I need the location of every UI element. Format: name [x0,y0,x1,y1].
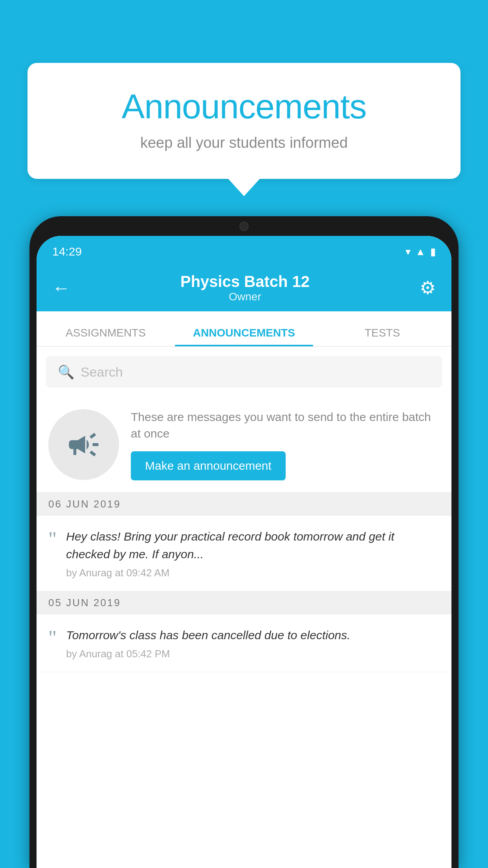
date-separator-2: 05 JUN 2019 [37,591,451,614]
status-time: 14:29 [52,245,82,258]
announcement-item-2[interactable]: " Tomorrow's class has been cancelled du… [37,614,451,672]
phone-content: 🔍 Search These are messages you want to … [37,347,451,868]
header-title-block: Physics Batch 12 Owner [180,273,310,303]
phone-screen: 14:29 ▾ ▲ ▮ ← Physics Batch 12 Owner ⚙ A… [37,236,451,868]
announcement-text-block-1: Hey class! Bring your practical record b… [66,528,440,579]
announcement-text-1: Hey class! Bring your practical record b… [66,528,440,563]
header-title: Physics Batch 12 [180,273,310,291]
promo-description: These are messages you want to send to t… [131,409,440,442]
tab-bar: ASSIGNMENTS ANNOUNCEMENTS TESTS [37,311,451,347]
wifi-icon: ▾ [405,246,411,258]
date-separator-1: 06 JUN 2019 [37,493,451,516]
back-button[interactable]: ← [52,277,70,298]
announcement-card-title: Announcements [59,86,429,127]
search-placeholder: Search [81,364,123,380]
app-header: ← Physics Batch 12 Owner ⚙ [37,264,451,311]
announcement-meta-1: by Anurag at 09:42 AM [66,567,440,579]
search-bar[interactable]: 🔍 Search [46,356,442,388]
announcement-meta-2: by Anurag at 05:42 PM [66,648,440,660]
promo-right: These are messages you want to send to t… [131,409,440,480]
quote-icon-1: " [48,529,57,550]
phone-frame: 14:29 ▾ ▲ ▮ ← Physics Batch 12 Owner ⚙ A… [29,216,459,868]
tab-assignments[interactable]: ASSIGNMENTS [37,327,175,346]
phone-camera [239,222,249,231]
announcement-card-subtitle: keep all your students informed [59,134,429,151]
signal-icon: ▲ [415,246,426,258]
announcement-text-2: Tomorrow's class has been cancelled due … [66,626,440,644]
phone-notch [205,216,283,236]
search-icon: 🔍 [58,364,74,380]
battery-icon: ▮ [430,246,436,258]
promo-icon-circle [48,409,119,480]
announcement-item-1[interactable]: " Hey class! Bring your practical record… [37,516,451,591]
announcement-text-block-2: Tomorrow's class has been cancelled due … [66,626,440,660]
header-subtitle: Owner [180,291,310,303]
tab-tests[interactable]: TESTS [313,327,451,346]
quote-icon-2: " [48,628,57,648]
promo-area: These are messages you want to send to t… [37,397,451,493]
make-announcement-button[interactable]: Make an announcement [131,451,286,480]
status-icons: ▾ ▲ ▮ [405,246,436,258]
tab-announcements[interactable]: ANNOUNCEMENTS [175,327,313,346]
status-bar: 14:29 ▾ ▲ ▮ [37,236,451,264]
announcement-card: Announcements keep all your students inf… [28,63,460,179]
megaphone-icon [66,427,101,462]
settings-icon[interactable]: ⚙ [420,277,436,298]
